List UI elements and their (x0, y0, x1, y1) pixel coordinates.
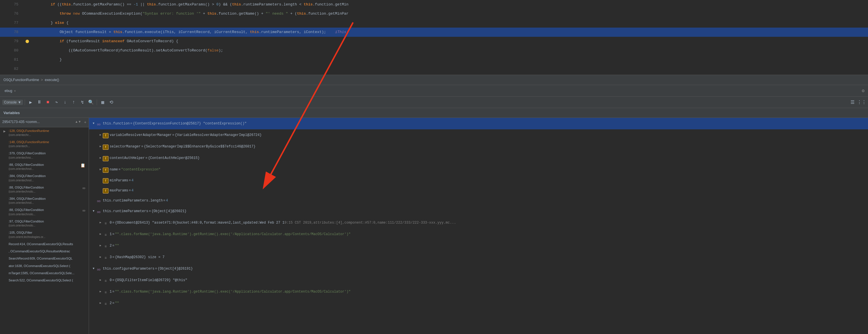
run-to-cursor-btn[interactable]: ↯ (79, 98, 86, 106)
debug-tab[interactable]: ebug × (2, 85, 18, 96)
var-icon-13: oo (96, 267, 102, 272)
stack-text-10: Record:414, OCommandExecutorSQLResults (9, 242, 85, 246)
stack-frame-7[interactable]: :88, OSQLFilterCondition (com.orientechn… (0, 206, 89, 218)
step-over-btn[interactable]: ↷ (53, 98, 61, 106)
console-dropdown[interactable]: Console ▼ (2, 100, 23, 105)
var-eq-5: = (129, 178, 131, 184)
right-toolbar-icons: ☰ ⋮⋮ (848, 98, 866, 106)
var-eq-13: = (155, 266, 157, 272)
gear-icon[interactable]: ⚙ (862, 88, 865, 94)
stack-frame-13[interactable]: ator:1638, OCommandExecutorSQLSelect ( (0, 262, 89, 270)
var-value-10: "".class.forName('java.lang.Runtime').ge… (115, 231, 350, 237)
breakpoint-79[interactable] (26, 40, 29, 43)
var-arrow-1: ▶ (98, 131, 103, 139)
var-runtime-param-2[interactable]: ▶ ≡ 2 = "" (89, 240, 868, 251)
var-runtime-param-3[interactable]: ▶ ≡ 3 = {HashMap@26302} size = 7 (89, 251, 868, 263)
stack-frame-15[interactable]: Search:522, OCommandExecutorSQLSelect ( (0, 277, 89, 284)
stack-frame-3[interactable]: :88, OSQLFilterCondition (com.orientechn… (0, 161, 89, 172)
code-line-82: 82 (0, 64, 868, 74)
var-configured-params[interactable]: ▼ oo this.configuredParameters = {Object… (89, 263, 868, 275)
var-configured-param-2[interactable]: ▶ ≡ 2 = "" (89, 298, 868, 309)
var-arrow-0: ▼ (91, 120, 96, 127)
var-min-params[interactable]: f minParams = 4 (89, 175, 868, 186)
var-eq-12: = (112, 254, 114, 260)
stack-text-4: :384, OSQLFilterCondition (com.orientech… (9, 174, 85, 182)
var-icon-0: oo (96, 121, 102, 127)
var-value-9-cont: 9:15 CST 2019,attributes:[4],component:#… (284, 220, 456, 226)
var-name-field[interactable]: ▶ f name = "contentExpression" (89, 164, 868, 175)
stack-frame-2[interactable]: :379, OSQLFilterCondition (com.orientech… (0, 150, 89, 161)
thread-dropdown[interactable]: 29547173-435 <comm... ▲▼ + (0, 118, 89, 127)
var-icon-3: f (103, 156, 108, 161)
pause-btn[interactable]: ⏸ (35, 98, 43, 106)
var-runtime-params-length[interactable]: oo this.runtimeParameters.length = 4 (89, 195, 868, 205)
var-max-params[interactable]: f maxParams = 4 (89, 186, 868, 195)
var-icon-2: f (103, 145, 108, 150)
var-runtime-param-0[interactable]: ▶ ≡ 0 = {ODocument@26413} "asset#71:0{bu… (89, 217, 868, 228)
var-icon-9: ≡ (103, 221, 108, 226)
var-name-1: variableResolverAdapterManager (110, 132, 172, 138)
var-variable-resolver[interactable]: ▶ f variableResolverAdapterManager = {Va… (89, 129, 868, 141)
stack-frame-8[interactable]: :97, OSQLFilterCondition (com.orientechn… (0, 218, 89, 229)
stack-text-14: mTarget:1585, OCommandExecutorSQLSele... (9, 271, 85, 275)
var-eq-10: = (112, 231, 114, 237)
var-content-auth-helper[interactable]: ▶ f contentAuthHelper = {ContentAuthHelp… (89, 152, 868, 164)
breadcrumb-bar: OSQLFunctionRuntime > execute() (0, 75, 868, 85)
var-value-7: 4 (166, 198, 168, 203)
var-name-12: 3 (110, 254, 112, 260)
var-value-9: {ODocument@26413} "asset#71:0{bucket:#48… (115, 220, 284, 226)
var-configured-param-1[interactable]: ▶ ≡ 1 = "".class.forName('java.lang.Runt… (89, 286, 868, 298)
var-eq-1: = (172, 132, 174, 138)
code-line-81: 81 } (0, 55, 868, 64)
var-value-15: "".class.forName('java.lang.Runtime').ge… (115, 289, 350, 295)
restore-btn[interactable]: ⟲ (107, 98, 115, 106)
stack-frame-5[interactable]: :88, OSQLFilterCondition (com.orientechn… (0, 184, 89, 195)
var-runtime-params[interactable]: ▼ oo this.runtimeParameters = {Object[4]… (89, 205, 868, 217)
memory-btn[interactable]: ▦ (99, 98, 107, 106)
stack-frame-10[interactable]: Record:414, OCommandExecutorSQLResults (0, 241, 89, 248)
var-icon-7: oo (96, 198, 102, 203)
var-configured-param-0[interactable]: ▶ ≡ 0 = {OSQLFilterItemField@26729} "@th… (89, 275, 868, 286)
var-name-9: 0 (110, 220, 112, 226)
var-icon-6: f (103, 188, 108, 193)
stack-frame-0[interactable]: ▶ :128, OSQLFunctionRuntime (com.oriente… (0, 127, 89, 139)
line-gutter-76 (23, 9, 32, 19)
debug-tab-close[interactable]: × (14, 89, 16, 92)
var-icon-4: f (103, 168, 108, 173)
var-icon-14: ≡ (103, 278, 108, 283)
layout-btn-1[interactable]: ☰ (848, 98, 857, 106)
stack-text-13: ator:1638, OCommandExecutorSQLSelect ( (9, 264, 85, 268)
evaluate-btn[interactable]: 🔍 (87, 98, 95, 106)
console-label: Console (4, 100, 17, 104)
var-arrow-11: ▶ (98, 242, 103, 250)
stack-frame-9[interactable]: :105, OSQLFilter (com.orient.technologie… (0, 229, 89, 240)
stack-frame-12[interactable]: SearchRecord:609, OCommandExecutorSQL (0, 255, 89, 262)
stack-frame-1[interactable]: :148, OSQLFunctionRuntime (com.orientech… (0, 139, 89, 150)
step-out-btn[interactable]: ↑ (70, 98, 78, 106)
code-line-75: 75 if ((this.function.getMaxParams() == … (0, 0, 868, 9)
step-into-btn[interactable]: ↓ (61, 98, 69, 106)
stack-frame-4[interactable]: :384, OSQLFilterCondition (com.orientech… (0, 172, 89, 184)
stack-frame-14[interactable]: mTarget:1585, OCommandExecutorSQLSele... (0, 270, 89, 277)
var-this-function[interactable]: ▼ oo this.function = {ContentExpressionF… (89, 118, 868, 129)
stack-frame-11[interactable]: , OCommandExecutorSQLResultsetAbstrac (0, 248, 89, 255)
var-selector-manager[interactable]: ▶ f selectorManager = {SelectorManagerIm… (89, 141, 868, 152)
line-content-81: } (32, 55, 868, 64)
resume-btn[interactable]: ▶ (27, 98, 35, 106)
line-gutter-79 (23, 37, 32, 46)
var-runtime-param-1[interactable]: ▶ ≡ 1 = "".class.forName('java.lang.Runt… (89, 228, 868, 240)
breadcrumb-class: OSQLFunctionRuntime (3, 78, 39, 82)
var-arrow-8: ▼ (91, 207, 96, 215)
var-name-3: contentAuthHelper (110, 155, 145, 161)
stack-text-12: SearchRecord:609, OCommandExecutorSQL (9, 256, 85, 261)
stack-frame-6[interactable]: :384, OSQLFilterCondition (com.orientech… (0, 195, 89, 206)
stack-text-9: :105, OSQLFilter (com.orient.technologie… (9, 230, 85, 239)
var-arrow-15: ▶ (98, 288, 103, 296)
var-eq-3: = (145, 155, 147, 161)
stop-btn[interactable]: ■ (44, 98, 52, 106)
var-value-5: 4 (131, 178, 133, 184)
layout-btn-2[interactable]: ⋮⋮ (858, 98, 866, 106)
var-icon-12: ≡ (103, 255, 108, 260)
line-gutter-77 (23, 19, 32, 28)
var-icon-11: ≡ (103, 244, 108, 249)
